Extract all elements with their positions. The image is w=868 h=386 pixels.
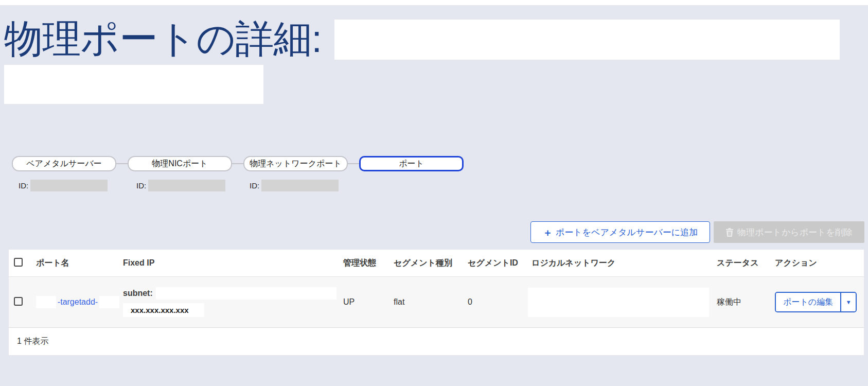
edit-port-dropdown-toggle[interactable]: ▼: [840, 293, 856, 311]
chain-node-physical-network-port[interactable]: 物理ネットワークポート: [243, 156, 348, 171]
delete-port-button-label: 物理ポートからポートを削除: [737, 226, 853, 238]
chain-node-label: 物理NICポート: [152, 159, 207, 169]
redacted-port-name-prefix: [36, 296, 56, 308]
column-admin-state: 管理状態: [340, 258, 390, 269]
column-status: ステータス: [713, 258, 771, 269]
id-label: ID:: [19, 181, 28, 190]
select-all-checkbox[interactable]: [14, 258, 23, 267]
baremetal-server-id: ID:: [19, 180, 108, 191]
redacted-id-value: [30, 180, 108, 191]
chain-node-baremetal-server[interactable]: ベアメタルサーバー: [12, 156, 116, 171]
top-white-strip: [0, 0, 868, 5]
admin-state-cell: UP: [340, 297, 390, 307]
port-name-link[interactable]: -targetadd-: [58, 297, 98, 307]
column-segment-type: セグメント種別: [390, 258, 464, 269]
chain-id-row: ID: ID: ID:: [19, 180, 482, 193]
plus-icon: ＋: [543, 227, 553, 237]
id-label: ID:: [250, 181, 259, 190]
items-count-text: 1 件表示: [17, 336, 48, 347]
physical-network-port-id: ID:: [250, 180, 339, 191]
chain-node-physical-nic-port[interactable]: 物理NICポート: [128, 156, 232, 171]
redacted-logical-network-value: [528, 288, 709, 317]
physical-nic-port-id: ID:: [136, 180, 225, 191]
column-port-name: ポート名: [31, 258, 119, 269]
logical-network-cell: [528, 288, 713, 317]
column-segment-id: セグメントID: [464, 258, 528, 269]
chain-connector: [116, 163, 128, 164]
page-title: 物理ポートの詳細:: [4, 13, 322, 65]
chain-node-label: ポート: [399, 159, 424, 169]
column-fixed-ip: Fixed IP: [119, 258, 340, 268]
trash-icon: [725, 228, 734, 237]
redacted-subnet-value: [156, 287, 336, 300]
subnet-label: subnet:: [123, 289, 153, 298]
row-checkbox[interactable]: [14, 297, 23, 306]
chain-node-port-active[interactable]: ポート: [359, 156, 464, 171]
caret-down-icon: ▼: [846, 299, 852, 305]
physical-port-detail-page: 物理ポートの詳細: ベアメタルサーバー 物理NICポート 物理ネットワークポート…: [0, 0, 868, 386]
port-name-cell: -targetadd-: [31, 296, 119, 308]
segment-type-cell: flat: [390, 297, 464, 307]
ports-table-header: ポート名 Fixed IP 管理状態 セグメント種別 セグメントID ロジカルネ…: [9, 250, 864, 277]
header-checkbox-cell: [9, 258, 31, 269]
redacted-port-name-suffix: [99, 296, 119, 308]
id-label: ID:: [136, 181, 146, 190]
redacted-subtitle-block: [4, 65, 263, 104]
row-checkbox-cell: [9, 297, 31, 308]
chain-node-label: ベアメタルサーバー: [26, 159, 102, 169]
edit-port-split-button: ポートの編集 ▼: [775, 292, 857, 312]
segment-id-cell: 0: [464, 297, 528, 307]
column-logical-network: ロジカルネットワーク: [528, 258, 713, 269]
chain-connector: [348, 163, 359, 164]
table-row: -targetadd- subnet: xxx.xxx.xxx.xxx UP f…: [9, 277, 864, 328]
delete-port-from-physical-port-button[interactable]: 物理ポートからポートを削除: [714, 221, 864, 243]
edit-port-button[interactable]: ポートの編集: [776, 293, 840, 311]
chain-node-label: 物理ネットワークポート: [250, 159, 342, 169]
status-cell: 稼働中: [713, 297, 771, 308]
add-port-button-label: ポートをベアメタルサーバーに追加: [556, 226, 698, 238]
redacted-id-value: [148, 180, 225, 191]
column-action: アクション: [771, 258, 864, 269]
subnet-line: subnet:: [123, 287, 340, 300]
chain-connector: [232, 163, 243, 164]
resource-chain: ベアメタルサーバー 物理NICポート 物理ネットワークポート ポート: [12, 156, 464, 171]
masked-ip-value: xxx.xxx.xxx.xxx: [123, 303, 204, 317]
action-cell: ポートの編集 ▼: [771, 292, 864, 312]
fixed-ip-cell: subnet: xxx.xxx.xxx.xxx: [119, 287, 340, 317]
ports-table: ポート名 Fixed IP 管理状態 セグメント種別 セグメントID ロジカルネ…: [9, 250, 864, 355]
add-port-to-baremetal-button[interactable]: ＋ ポートをベアメタルサーバーに追加: [530, 221, 710, 243]
ports-table-footer: 1 件表示: [9, 328, 864, 355]
redacted-id-value: [261, 180, 339, 191]
redacted-port-title-value: [334, 20, 840, 60]
